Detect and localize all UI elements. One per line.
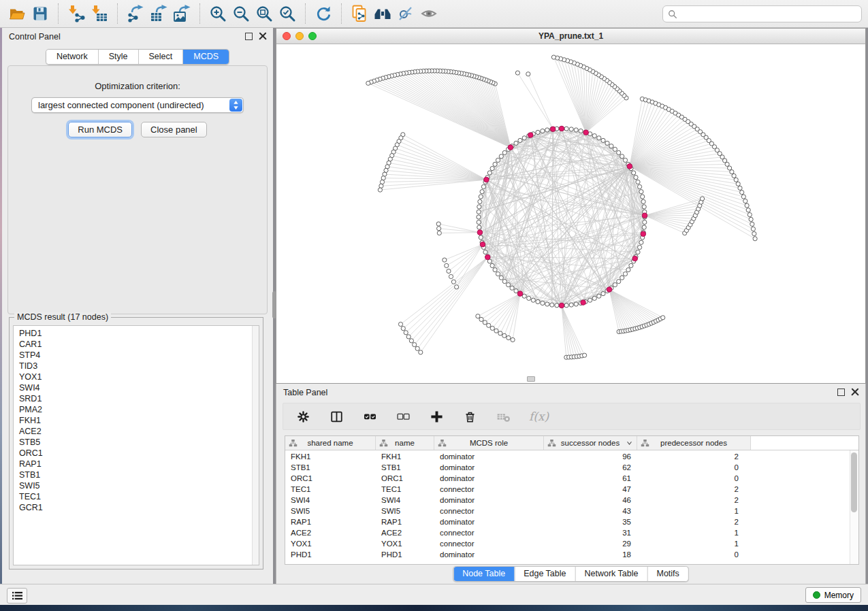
- graph-node[interactable]: [550, 303, 554, 307]
- mcds-result-item[interactable]: CAR1: [19, 339, 259, 350]
- graph-node[interactable]: [601, 138, 605, 142]
- graph-node[interactable]: [499, 276, 503, 280]
- graph-node[interactable]: [545, 302, 549, 306]
- tab-motifs[interactable]: Motifs: [647, 567, 688, 581]
- graph-node[interactable]: [551, 55, 556, 59]
- graph-node[interactable]: [493, 268, 497, 272]
- mcds-hub-node[interactable]: [607, 287, 612, 293]
- mcds-hub-node[interactable]: [485, 254, 491, 260]
- graph-node[interactable]: [623, 272, 627, 276]
- mcds-result-item[interactable]: ACE2: [19, 426, 259, 437]
- graph-node[interactable]: [502, 150, 507, 154]
- search-binoculars-button[interactable]: [371, 2, 394, 25]
- graph-node[interactable]: [536, 130, 540, 134]
- table-scrollbar-thumb[interactable]: [851, 452, 857, 512]
- hide-glasses-button[interactable]: [394, 2, 417, 25]
- graph-node[interactable]: [730, 170, 734, 174]
- graph-node[interactable]: [605, 141, 609, 145]
- graph-node[interactable]: [366, 81, 370, 85]
- mcds-hub-node[interactable]: [480, 242, 485, 247]
- table-row[interactable]: PHD1PHD1dominator180: [285, 549, 850, 560]
- zoom-selected-button[interactable]: [276, 2, 299, 25]
- graph-node[interactable]: [413, 343, 417, 347]
- graph-node[interactable]: [522, 136, 526, 140]
- graph-node[interactable]: [479, 195, 483, 199]
- canvas-splitter-grip[interactable]: [527, 376, 535, 382]
- graph-node[interactable]: [545, 128, 549, 132]
- column-header-name[interactable]: name: [376, 436, 434, 450]
- graph-node[interactable]: [476, 314, 480, 318]
- graph-node[interactable]: [741, 195, 745, 199]
- mcds-result-list[interactable]: PHD1CAR1STP4TID3YOX1SWI4SRD1PMA2FKH1ACE2…: [13, 325, 259, 565]
- graph-node[interactable]: [569, 127, 573, 131]
- graph-node[interactable]: [641, 199, 645, 203]
- mcds-result-item[interactable]: SWI4: [19, 382, 259, 393]
- mcds-result-item[interactable]: TEC1: [19, 491, 259, 502]
- graph-node[interactable]: [620, 154, 624, 159]
- graph-node[interactable]: [526, 72, 530, 76]
- graph-node[interactable]: [455, 285, 459, 289]
- graph-node[interactable]: [592, 296, 596, 300]
- table-row[interactable]: ACE2ACE2connector311: [285, 527, 850, 538]
- graph-node[interactable]: [638, 245, 642, 249]
- table-row[interactable]: FKH1FKH1dominator962: [285, 451, 850, 462]
- graph-node[interactable]: [642, 205, 646, 209]
- mcds-hub-node[interactable]: [508, 145, 513, 150]
- close-panel-button[interactable]: Close panel: [141, 122, 207, 137]
- graph-node[interactable]: [743, 199, 748, 203]
- graph-node[interactable]: [527, 296, 531, 300]
- graph-node[interactable]: [379, 184, 383, 188]
- graph-node[interactable]: [661, 316, 665, 320]
- graph-node[interactable]: [597, 294, 601, 298]
- mcds-hub-node[interactable]: [559, 303, 564, 308]
- graph-node[interactable]: [536, 299, 540, 303]
- graph-node[interactable]: [477, 215, 481, 219]
- graph-node[interactable]: [574, 302, 578, 306]
- delete-column-button[interactable]: [462, 409, 477, 424]
- table-row[interactable]: STB1STB1dominator620: [285, 462, 850, 473]
- graph-node[interactable]: [574, 128, 578, 132]
- graph-node[interactable]: [477, 220, 481, 225]
- zoom-fit-button[interactable]: [253, 2, 276, 25]
- graph-node[interactable]: [437, 231, 441, 235]
- graph-node[interactable]: [502, 280, 507, 284]
- export-image-button[interactable]: [170, 2, 193, 25]
- graph-node[interactable]: [436, 222, 440, 226]
- table-row[interactable]: TEC1TEC1connector472: [285, 484, 850, 495]
- table-row[interactable]: SWI5SWI5connector431: [285, 506, 850, 516]
- graph-node[interactable]: [518, 138, 522, 142]
- graph-node[interactable]: [579, 129, 583, 133]
- graph-node[interactable]: [493, 162, 497, 166]
- graph-node[interactable]: [634, 176, 638, 180]
- zoom-in-button[interactable]: [206, 2, 229, 25]
- mcds-hub-node[interactable]: [484, 177, 489, 182]
- minimize-window-icon[interactable]: [295, 32, 304, 40]
- graph-node[interactable]: [740, 191, 744, 195]
- mcds-result-item[interactable]: STB5: [19, 437, 259, 448]
- graph-node[interactable]: [380, 180, 384, 184]
- graph-node[interactable]: [564, 303, 568, 308]
- graph-node[interactable]: [734, 178, 738, 182]
- graph-node[interactable]: [401, 327, 405, 331]
- graph-node[interactable]: [449, 274, 453, 278]
- graph-node[interactable]: [398, 322, 402, 326]
- graph-node[interactable]: [639, 240, 643, 244]
- graph-node[interactable]: [569, 303, 573, 307]
- graph-node[interactable]: [745, 203, 749, 208]
- graph-node[interactable]: [531, 298, 535, 302]
- column-header-successor-nodes[interactable]: successor nodes: [544, 436, 637, 450]
- graph-node[interactable]: [641, 195, 645, 199]
- mcds-hub-node[interactable]: [477, 230, 483, 235]
- share-document-button[interactable]: [348, 2, 371, 25]
- close-table-panel-icon[interactable]: [851, 388, 859, 396]
- graph-node[interactable]: [478, 199, 482, 203]
- mcds-hub-node[interactable]: [627, 164, 632, 169]
- graph-node[interactable]: [592, 134, 596, 138]
- graph-node[interactable]: [701, 197, 705, 201]
- graph-node[interactable]: [750, 222, 754, 226]
- graph-node[interactable]: [626, 268, 630, 272]
- table-row[interactable]: YOX1YOX1connector291: [285, 538, 850, 549]
- export-network-button[interactable]: [124, 2, 147, 25]
- graph-node[interactable]: [515, 71, 519, 75]
- graph-node[interactable]: [490, 326, 494, 330]
